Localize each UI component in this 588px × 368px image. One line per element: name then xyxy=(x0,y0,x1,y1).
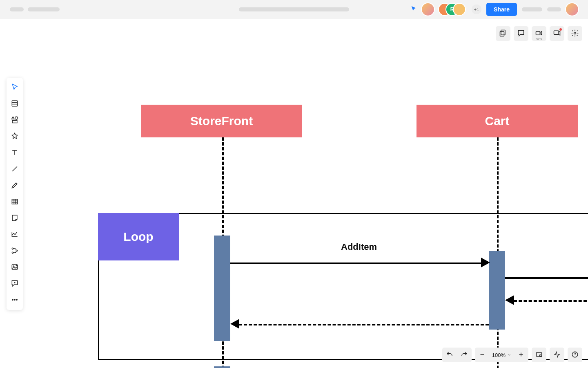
participant-storefront[interactable]: StoreFront xyxy=(141,105,302,137)
svg-line-13 xyxy=(12,166,17,171)
template-icon xyxy=(11,99,19,109)
connector-icon xyxy=(11,247,19,256)
svg-rect-0 xyxy=(501,30,505,35)
undo-icon xyxy=(446,351,453,359)
text-tool[interactable] xyxy=(7,146,22,160)
comment-icon xyxy=(517,29,525,38)
message-additem-label[interactable]: AddItem xyxy=(341,242,377,252)
title-placeholder[interactable] xyxy=(28,7,60,11)
svg-rect-10 xyxy=(12,120,17,123)
top-bar: R +1 Share xyxy=(0,0,588,19)
activation-storefront-1[interactable] xyxy=(214,236,230,341)
undo-button[interactable] xyxy=(442,348,457,362)
video-button[interactable]: BETA xyxy=(532,26,546,41)
svg-point-38 xyxy=(575,356,575,356)
select-tool[interactable] xyxy=(7,80,22,95)
pages-button[interactable] xyxy=(496,26,510,41)
template-tool[interactable] xyxy=(7,96,22,111)
message-return-to-cart-arrowhead xyxy=(505,295,514,305)
participant-cart-label: Cart xyxy=(485,114,509,128)
redo-icon xyxy=(461,351,468,359)
placeholder-2[interactable] xyxy=(547,7,561,11)
message-cart-outgoing[interactable] xyxy=(505,277,588,279)
shapes-tool[interactable] xyxy=(7,113,22,128)
bottom-toolbar: 100% xyxy=(442,348,582,362)
more-tools[interactable] xyxy=(7,293,22,307)
secondary-toolbar: BETA xyxy=(496,26,582,41)
diagram-canvas[interactable]: StoreFront Cart Loop AddItem Checkout xyxy=(0,19,588,368)
present-button[interactable] xyxy=(550,26,564,41)
message-checkout-label[interactable]: Checkout xyxy=(341,366,382,368)
message-additem-arrow[interactable] xyxy=(230,263,484,264)
avatar-overflow-badge[interactable]: +1 xyxy=(472,4,481,14)
table-tool[interactable] xyxy=(7,195,22,209)
message-return-to-cart[interactable] xyxy=(514,300,588,302)
image-tool[interactable] xyxy=(7,260,22,275)
zoom-in-button[interactable] xyxy=(514,348,528,362)
more-icon xyxy=(11,296,19,305)
svg-point-28 xyxy=(12,299,13,300)
zoom-level[interactable]: 100% xyxy=(490,352,514,358)
minimap-button[interactable] xyxy=(532,348,546,362)
svg-point-35 xyxy=(539,355,541,356)
notification-dot xyxy=(559,28,562,31)
note-tool[interactable] xyxy=(7,211,22,226)
plus-icon xyxy=(517,351,525,359)
comment-tool[interactable] xyxy=(7,276,22,291)
svg-point-30 xyxy=(16,299,18,300)
pen-icon xyxy=(11,181,19,191)
svg-rect-2 xyxy=(536,31,540,34)
comments-button[interactable] xyxy=(514,26,528,41)
connector-tool[interactable] xyxy=(7,244,22,258)
message-additem-arrowhead xyxy=(481,258,490,267)
table-icon xyxy=(11,197,19,207)
placeholder-1[interactable] xyxy=(522,7,542,11)
presence-avatar-active[interactable] xyxy=(422,3,434,16)
user-avatar[interactable] xyxy=(566,3,578,16)
redo-button[interactable] xyxy=(457,348,472,362)
avatar-3[interactable] xyxy=(454,4,465,15)
zoom-out-button[interactable] xyxy=(475,348,490,362)
left-toolbar xyxy=(7,78,23,310)
participant-storefront-label: StoreFront xyxy=(190,114,253,128)
avatar-stack[interactable]: R xyxy=(439,4,465,15)
note-icon xyxy=(11,214,19,223)
chart-icon xyxy=(11,230,19,240)
activation-storefront-2[interactable] xyxy=(214,366,230,368)
help-button[interactable] xyxy=(568,348,582,362)
svg-marker-8 xyxy=(12,117,15,119)
gear-icon xyxy=(571,29,579,38)
minimap-icon xyxy=(535,351,543,359)
loop-fragment-label[interactable]: Loop xyxy=(98,213,179,260)
pages-icon xyxy=(499,29,507,38)
line-tool[interactable] xyxy=(7,162,22,177)
star-tool[interactable] xyxy=(7,129,22,144)
activity-icon xyxy=(553,351,561,359)
add-comment-icon xyxy=(11,279,19,289)
image-icon xyxy=(11,263,19,272)
activation-cart-1[interactable] xyxy=(489,251,505,330)
chart-tool[interactable] xyxy=(7,227,22,242)
svg-point-20 xyxy=(16,250,17,251)
share-button[interactable]: Share xyxy=(486,3,517,16)
svg-rect-5 xyxy=(12,101,17,106)
menu-placeholder[interactable] xyxy=(10,7,24,11)
shapes-icon xyxy=(11,116,19,125)
svg-point-21 xyxy=(12,252,13,253)
star-icon xyxy=(11,132,19,141)
message-return-to-storefront[interactable] xyxy=(239,324,489,325)
minus-icon xyxy=(479,351,486,359)
breadcrumb-placeholder[interactable] xyxy=(239,7,349,11)
beta-badge: BETA xyxy=(536,38,542,40)
pen-tool[interactable] xyxy=(7,178,22,193)
svg-point-4 xyxy=(574,32,576,34)
participant-cart[interactable]: Cart xyxy=(416,105,578,137)
line-icon xyxy=(11,165,19,174)
text-icon xyxy=(11,148,19,158)
svg-point-29 xyxy=(14,299,16,300)
svg-rect-3 xyxy=(554,31,559,34)
message-return-to-storefront-arrowhead xyxy=(230,319,239,329)
cursor-icon xyxy=(11,83,19,92)
settings-button[interactable] xyxy=(568,26,582,41)
activity-button[interactable] xyxy=(550,348,564,362)
